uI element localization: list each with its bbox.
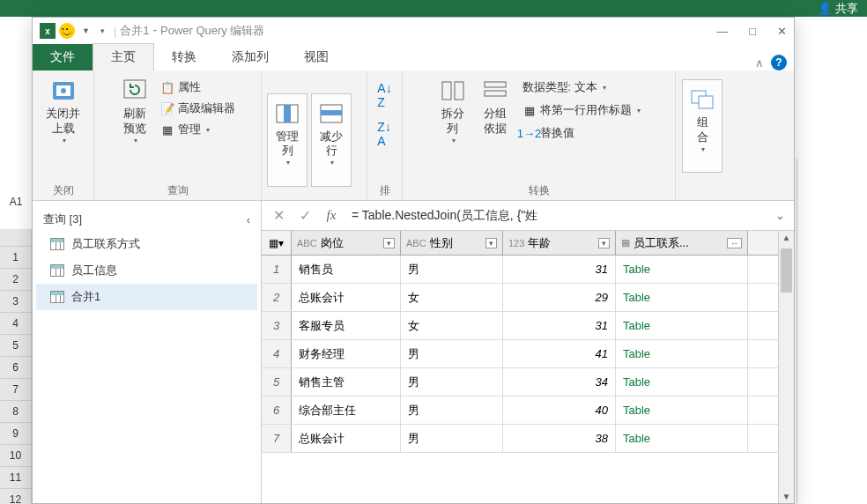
table-row[interactable]: 2总账会计女29Table [262,284,778,312]
excel-row-header[interactable]: 3 [0,291,31,313]
cell-age[interactable]: 34 [503,368,616,396]
manage-button[interactable]: ▦管理▾ [157,120,239,139]
close-button[interactable]: ✕ [777,25,787,38]
table-row[interactable]: 5销售主管男34Table [262,368,778,397]
editor-icon: 📝 [160,101,174,115]
cell-table-link[interactable]: Table [616,340,748,367]
collapse-sidebar-icon[interactable]: ‹ [247,213,250,226]
excel-row-header[interactable]: 2 [0,269,31,291]
excel-row-header[interactable]: 12 [0,489,31,504]
cell-age[interactable]: 29 [503,284,616,311]
table-row[interactable]: 1销售员男31Table [262,256,778,284]
fx-icon[interactable]: fx [318,204,345,228]
share-button[interactable]: 👤 共享 [818,1,858,17]
filter-icon[interactable]: ▾ [598,238,610,248]
cell-position[interactable]: 客服专员 [292,312,401,339]
cell-table-link[interactable]: Table [616,256,748,283]
cell-position[interactable]: 销售员 [292,256,401,283]
select-all-corner[interactable]: ▦▾ [262,231,292,255]
qat-dropdown-icon[interactable]: ▾ [100,26,105,35]
cell-gender[interactable]: 男 [401,397,503,424]
ribbon-tabs: 文件 主页 转换 添加列 视图 ∧ ? [33,44,794,70]
refresh-preview-button[interactable]: 刷新 预览 ▾ [116,74,153,147]
manage-columns-button[interactable]: 管理 列 ▾ [267,93,308,187]
excel-row-header[interactable]: 10 [0,445,31,467]
cell-gender[interactable]: 女 [401,284,503,311]
reduce-rows-button[interactable]: 减少 行 ▾ [311,93,352,187]
table-row[interactable]: 7总账会计男38Table [262,425,778,453]
first-row-header-button[interactable]: ▦将第一行用作标题▾ [519,100,644,120]
excel-row-header[interactable]: 9 [0,423,31,445]
split-column-button[interactable]: 拆分 列 ▾ [434,74,471,147]
filter-icon[interactable]: ▾ [383,238,395,248]
scroll-down-icon[interactable]: ▼ [779,492,794,501]
cell-position[interactable]: 总账会计 [292,284,401,311]
excel-row-header[interactable]: 11 [0,467,31,489]
table-row[interactable]: 3客服专员女31Table [262,312,778,340]
tab-home[interactable]: 主页 [93,43,154,70]
combine-button[interactable]: 组 合 ▾ [682,79,722,173]
maximize-button[interactable]: □ [749,25,756,38]
cell-gender[interactable]: 男 [401,425,503,452]
excel-row-header[interactable]: 1 [0,247,31,269]
formula-text[interactable]: = Table.NestedJoin(员工信息, {"姓 [345,208,770,224]
tab-file[interactable]: 文件 [33,44,93,70]
cell-gender[interactable]: 女 [401,312,503,339]
cell-table-link[interactable]: Table [616,397,748,424]
accept-formula-button[interactable]: ✓ [292,204,318,228]
replace-values-button[interactable]: 1→2替换值 [519,123,644,143]
query-item[interactable]: 员工联系方式 [36,231,257,257]
table-row[interactable]: 6综合部主任男40Table [262,397,778,425]
sort-desc-button[interactable]: Z↓A [374,118,395,150]
help-button[interactable]: ? [771,55,787,70]
cell-table-link[interactable]: Table [616,284,748,311]
properties-button[interactable]: 📋属性 [157,78,239,97]
qat-dropdown-icon[interactable]: ▼ [82,26,90,35]
cell-table-link[interactable]: Table [616,425,748,452]
excel-row-header[interactable]: 6 [0,357,31,379]
cell-position[interactable]: 财务经理 [292,340,401,367]
cell-age[interactable]: 31 [503,256,616,283]
cell-table-link[interactable]: Table [616,368,748,396]
cell-gender[interactable]: 男 [401,368,503,396]
cell-age[interactable]: 31 [503,312,616,339]
cancel-formula-button[interactable]: ✕ [265,204,292,228]
tab-addcolumn[interactable]: 添加列 [214,44,286,70]
cell-position[interactable]: 总账会计 [292,425,401,452]
sort-asc-button[interactable]: A↓Z [374,79,395,111]
excel-row-header[interactable]: 8 [0,401,31,423]
cell-age[interactable]: 40 [503,397,616,424]
name-box[interactable]: A1 [0,192,32,211]
cell-gender[interactable]: 男 [401,340,503,367]
minimize-button[interactable]: — [716,25,728,38]
cell-age[interactable]: 41 [503,340,616,367]
excel-row-header[interactable]: 5 [0,335,31,357]
vertical-scrollbar[interactable]: ▲ ▼ [778,231,794,503]
query-item[interactable]: 员工信息 [36,257,257,284]
cell-table-link[interactable]: Table [616,312,748,339]
excel-row-header[interactable]: 7 [0,379,31,401]
column-header-position[interactable]: ABC 岗位 ▾ [292,231,401,255]
scroll-up-icon[interactable]: ▲ [779,233,794,242]
filter-icon[interactable]: ▾ [485,238,497,248]
group-by-button[interactable]: 分组 依据 [477,74,514,147]
column-header-contact[interactable]: ▦ 员工联系... ↔ [616,231,748,255]
tab-view[interactable]: 视图 [286,44,346,70]
expand-formula-icon[interactable]: ⌄ [770,209,790,222]
column-header-age[interactable]: 123 年龄 ▾ [503,231,616,255]
cell-position[interactable]: 综合部主任 [292,397,401,424]
cell-gender[interactable]: 男 [401,256,503,283]
cell-age[interactable]: 38 [503,425,616,452]
query-item[interactable]: 合并1 [36,284,257,310]
excel-row-header[interactable]: 4 [0,313,31,335]
scroll-thumb[interactable] [781,248,792,293]
column-header-gender[interactable]: ABC 性别 ▾ [401,231,503,255]
advanced-editor-button[interactable]: 📝高级编辑器 [157,99,239,118]
table-row[interactable]: 4财务经理男41Table [262,340,778,368]
datatype-button[interactable]: 数据类型: 文本▾ [519,78,644,97]
collapse-ribbon-icon[interactable]: ∧ [755,56,764,70]
cell-position[interactable]: 销售主管 [292,368,401,396]
expand-icon[interactable]: ↔ [727,238,742,248]
close-load-button[interactable]: 关闭并 上载 ▾ [41,74,85,147]
tab-transform[interactable]: 转换 [154,44,214,70]
